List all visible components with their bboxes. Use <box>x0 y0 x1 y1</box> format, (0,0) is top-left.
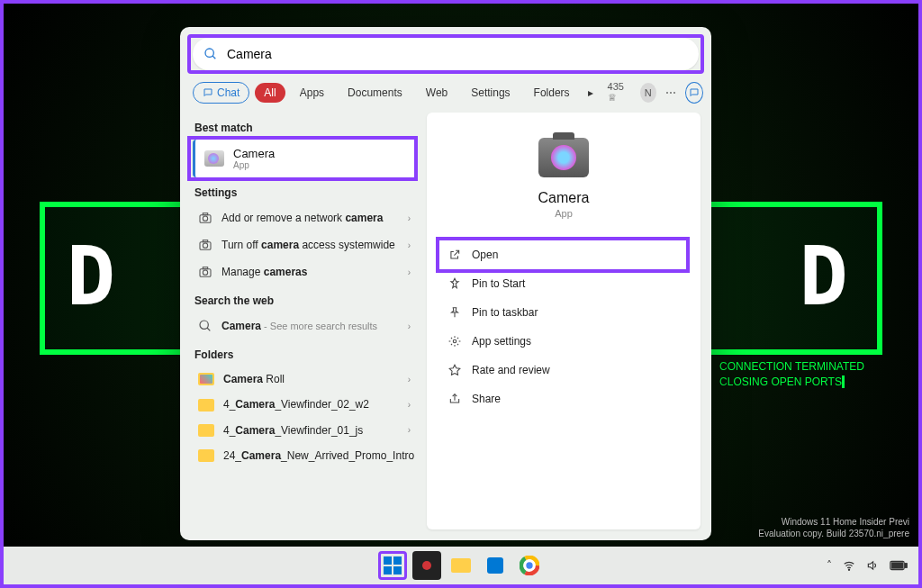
open-button[interactable]: Open <box>439 240 688 269</box>
action-label: Rate and review <box>472 364 550 376</box>
folder-item[interactable]: 24_Camera_New_Arrived_Promo_Intro › <box>193 443 416 468</box>
filter-web[interactable]: Web <box>417 83 456 103</box>
folder-icon <box>198 399 214 412</box>
rate-button[interactable]: Rate and review <box>439 356 688 384</box>
camera-icon <box>198 211 212 225</box>
taskbar-app[interactable] <box>412 551 441 580</box>
wallpaper-text: D <box>800 229 855 323</box>
svg-rect-4 <box>203 213 207 215</box>
open-icon <box>448 249 461 261</box>
app-settings-button[interactable]: App settings <box>439 327 688 356</box>
folder-item[interactable]: 4_Camera_Viewfinder_02_w2 › <box>193 392 416 417</box>
folder-item[interactable]: Camera Roll › <box>193 366 416 392</box>
svg-line-1 <box>212 56 215 59</box>
settings-item[interactable]: Turn off camera access systemwide › <box>193 231 416 258</box>
svg-rect-7 <box>203 240 207 242</box>
pin-start-button[interactable]: Pin to Start <box>439 269 688 298</box>
folder-icon <box>198 449 214 462</box>
action-label: App settings <box>472 335 531 348</box>
settings-item-label: Turn off camera access systemwide <box>221 239 399 251</box>
folder-item-label: 4_Camera_Viewfinder_02_w2 <box>223 398 399 411</box>
folder-item-label: Camera Roll <box>223 373 399 385</box>
star-icon <box>448 364 461 376</box>
camera-icon <box>198 265 212 279</box>
rewards-points[interactable]: 435 ♕ <box>608 81 631 104</box>
filter-settings[interactable]: Settings <box>462 83 519 103</box>
action-label: Share <box>472 393 501 405</box>
results-left-column: Best match Camera App Settings Add or re… <box>180 113 423 540</box>
filter-all[interactable]: All <box>255 83 285 103</box>
svg-point-0 <box>205 49 213 57</box>
camera-app-icon-large <box>538 138 589 177</box>
settings-item[interactable]: Manage cameras › <box>193 258 416 285</box>
folder-icon <box>198 373 214 385</box>
start-search-popup: Chat All Apps Documents Web Settings Fol… <box>180 27 711 540</box>
folder-item[interactable]: 4_Camera_Viewfinder_01_js › <box>193 418 416 443</box>
camera-icon <box>198 238 212 252</box>
action-label: Pin to Start <box>472 277 525 290</box>
system-tray[interactable]: ˄ <box>827 559 908 572</box>
settings-item[interactable]: Add or remove a network camera › <box>193 204 416 231</box>
filter-documents[interactable]: Documents <box>339 83 411 103</box>
pin-icon <box>448 306 461 319</box>
action-label: Pin to taskbar <box>472 306 538 319</box>
chevron-right-icon: › <box>408 375 411 384</box>
svg-point-14 <box>453 339 456 343</box>
svg-point-20 <box>848 569 849 570</box>
chevron-right-icon: › <box>408 400 411 410</box>
filter-folders[interactable]: Folders <box>525 83 579 103</box>
best-match-result[interactable]: Camera App <box>193 140 416 177</box>
section-best-match: Best match <box>194 122 416 134</box>
search-icon <box>203 47 218 61</box>
svg-rect-22 <box>891 563 902 568</box>
section-settings: Settings <box>194 186 416 199</box>
section-web: Search the web <box>194 294 416 307</box>
svg-point-11 <box>200 321 208 329</box>
gear-icon <box>448 335 461 348</box>
volume-icon[interactable] <box>866 559 879 572</box>
pin-taskbar-button[interactable]: Pin to taskbar <box>439 298 688 327</box>
more-icon[interactable]: ⋯ <box>665 86 676 99</box>
wifi-icon[interactable] <box>843 559 855 572</box>
filter-apps[interactable]: Apps <box>291 83 333 103</box>
taskbar-store[interactable] <box>481 551 510 580</box>
chat-bubble-icon <box>689 87 700 98</box>
web-item-label: Camera - See more search results <box>221 320 399 332</box>
start-button[interactable] <box>378 551 407 580</box>
preview-subtitle: App <box>439 208 688 219</box>
section-folders: Folders <box>194 348 416 361</box>
bing-chat-button[interactable] <box>685 82 703 104</box>
windows-watermark: Windows 11 Home Insider Previ Evaluation… <box>758 516 909 539</box>
settings-item-label: Add or remove a network camera <box>221 212 399 224</box>
taskbar-file-explorer[interactable] <box>447 551 475 580</box>
folder-item-label: 4_Camera_Viewfinder_01_js <box>223 424 399 437</box>
preview-title: Camera <box>439 190 688 206</box>
taskbar-chrome[interactable] <box>515 551 544 580</box>
web-search-item[interactable]: Camera - See more search results › <box>193 312 416 339</box>
svg-rect-23 <box>905 564 907 568</box>
svg-point-19 <box>526 562 532 568</box>
camera-app-icon <box>204 150 224 167</box>
wallpaper-text: D <box>67 229 122 323</box>
folder-item-label: 24_Camera_New_Arrived_Promo_Intro <box>223 449 414 462</box>
user-avatar[interactable]: N <box>640 83 656 103</box>
action-label: Open <box>472 249 498 261</box>
svg-point-9 <box>203 270 207 275</box>
chat-bubble-icon <box>203 87 213 98</box>
chevron-right-icon: › <box>408 425 411 435</box>
chevron-right-icon: › <box>408 321 411 331</box>
svg-point-3 <box>203 216 207 221</box>
taskbar: ˄ <box>4 547 918 584</box>
share-button[interactable]: Share <box>439 384 688 413</box>
search-input[interactable] <box>193 38 699 70</box>
preview-pane: Camera App Open Pin to Start Pin to task… <box>427 113 701 529</box>
filter-more-icon[interactable]: ▸ <box>584 86 597 99</box>
settings-item-label: Manage cameras <box>221 266 399 278</box>
chrome-icon <box>520 556 539 575</box>
search-icon <box>198 319 212 333</box>
filter-chat[interactable]: Chat <box>193 82 249 104</box>
battery-icon[interactable] <box>890 560 908 571</box>
chevron-right-icon: › <box>408 213 411 223</box>
filter-row: Chat All Apps Documents Web Settings Fol… <box>180 77 711 113</box>
tray-chevron-icon[interactable]: ˄ <box>827 559 832 572</box>
